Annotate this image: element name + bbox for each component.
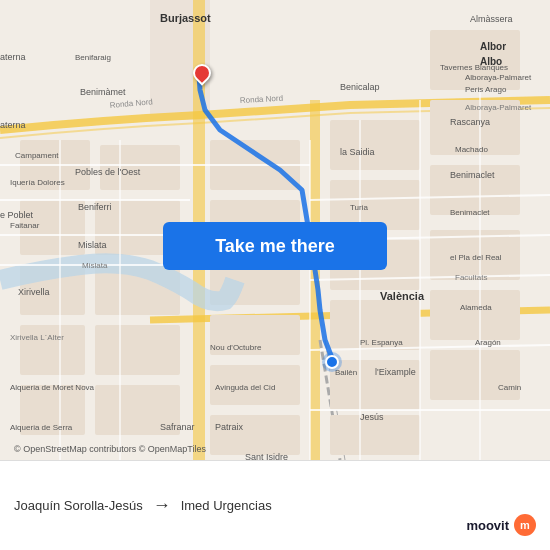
origin-label: Joaquín Sorolla-Jesús <box>14 498 143 513</box>
svg-rect-12 <box>330 120 420 170</box>
svg-text:Pobles de l'Oest: Pobles de l'Oest <box>75 167 141 177</box>
take-me-there-button[interactable]: Take me there <box>163 222 387 270</box>
svg-text:Faitanar: Faitanar <box>10 221 40 230</box>
svg-text:Alboraya-Palmaret: Alboraya-Palmaret <box>465 73 532 82</box>
svg-text:Facultats: Facultats <box>455 273 487 282</box>
svg-text:Benicalap: Benicalap <box>340 82 380 92</box>
destination-label: Imed Urgencias <box>181 498 272 513</box>
map-copyright: © OpenStreetMap contributors © OpenMapTi… <box>14 444 206 454</box>
svg-text:Jesús: Jesús <box>360 412 384 422</box>
destination-pin <box>193 64 211 82</box>
svg-text:Campament: Campament <box>15 151 59 160</box>
svg-text:Turia: Turia <box>350 203 368 212</box>
svg-text:Aragón: Aragón <box>475 338 501 347</box>
svg-text:Xirivella: Xirivella <box>18 287 50 297</box>
map-container: Burjassot Benimàmet Benifaraig Pobles de… <box>0 0 550 460</box>
svg-text:Iquería Dolores: Iquería Dolores <box>10 178 65 187</box>
svg-text:Sant Isidre: Sant Isidre <box>245 452 288 460</box>
svg-text:València: València <box>380 290 425 302</box>
arrow-icon: → <box>153 495 171 516</box>
origin-pin <box>325 355 339 369</box>
moovit-icon: m <box>514 514 536 536</box>
svg-text:e Poblet: e Poblet <box>0 210 34 220</box>
svg-text:Almàssera: Almàssera <box>470 14 513 24</box>
svg-text:Alqueria de Moret Nova: Alqueria de Moret Nova <box>10 383 95 392</box>
svg-text:Mislata: Mislata <box>82 261 108 270</box>
svg-text:Rascanya: Rascanya <box>450 117 490 127</box>
svg-rect-31 <box>430 350 520 400</box>
svg-text:Benimàmet: Benimàmet <box>80 87 126 97</box>
svg-text:aterna: aterna <box>0 120 26 130</box>
svg-text:Patraix: Patraix <box>215 422 244 432</box>
svg-text:l'Eixample: l'Eixample <box>375 367 416 377</box>
svg-text:Mislata: Mislata <box>78 240 107 250</box>
svg-text:Camin: Camin <box>498 383 521 392</box>
svg-text:Alboraya-Palmaret: Alboraya-Palmaret <box>465 103 532 112</box>
bottom-bar: Joaquín Sorolla-Jesús → Imed Urgencias m… <box>0 460 550 550</box>
svg-text:Beniferri: Beniferri <box>78 202 112 212</box>
svg-text:la Saidia: la Saidia <box>340 147 375 157</box>
svg-text:Xirivella L´Alter: Xirivella L´Alter <box>10 333 64 342</box>
moovit-text: moovit <box>466 518 509 533</box>
svg-rect-30 <box>430 290 520 340</box>
svg-text:Pl. Espanya: Pl. Espanya <box>360 338 403 347</box>
svg-text:Burjassot: Burjassot <box>160 12 211 24</box>
svg-rect-26 <box>210 415 300 455</box>
svg-text:Albo: Albo <box>480 56 502 67</box>
svg-text:Alqueria de Serra: Alqueria de Serra <box>10 423 73 432</box>
svg-text:Alameda: Alameda <box>460 303 492 312</box>
svg-text:Benifaraig: Benifaraig <box>75 53 111 62</box>
svg-text:Safranar: Safranar <box>160 422 195 432</box>
svg-text:Bailèn: Bailèn <box>335 368 357 377</box>
moovit-logo: moovit m <box>466 514 536 536</box>
svg-text:Peris Arago: Peris Arago <box>465 85 507 94</box>
svg-text:Nou d'Octubre: Nou d'Octubre <box>210 343 262 352</box>
svg-text:aterna: aterna <box>0 52 26 62</box>
route-info: Joaquín Sorolla-Jesús → Imed Urgencias <box>14 495 536 516</box>
svg-rect-22 <box>95 325 180 375</box>
svg-text:el Pla del Real: el Pla del Real <box>450 253 502 262</box>
svg-text:Albor: Albor <box>480 41 506 52</box>
svg-text:Benimaclet: Benimaclet <box>450 170 495 180</box>
svg-text:Avinguda del Cid: Avinguda del Cid <box>215 383 275 392</box>
svg-text:Benimaclet: Benimaclet <box>450 208 490 217</box>
svg-text:Machado: Machado <box>455 145 488 154</box>
